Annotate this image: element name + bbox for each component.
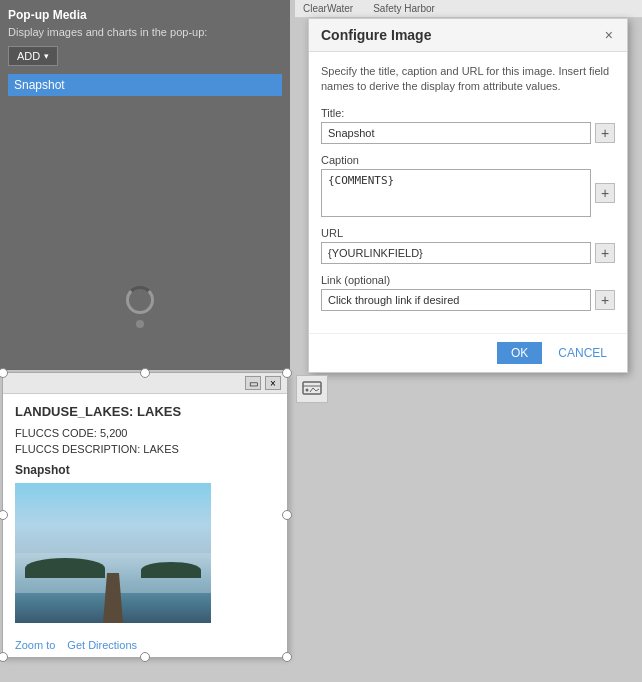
title-plus-button[interactable]: + — [595, 123, 615, 143]
resize-handle-bottom-right[interactable] — [282, 652, 292, 662]
url-field-row: URL + — [321, 227, 615, 264]
image-trees-right — [141, 562, 201, 578]
url-plus-button[interactable]: + — [595, 243, 615, 263]
resize-handle-bottom-left[interactable] — [0, 652, 8, 662]
caption-plus-button[interactable]: + — [595, 183, 615, 203]
caption-label: Caption — [321, 154, 615, 166]
resize-handle-mid-right[interactable] — [282, 510, 292, 520]
popup-image — [15, 483, 211, 623]
link-label: Link (optional) — [321, 274, 615, 286]
popup-media-icon — [302, 381, 322, 397]
dialog-body: Specify the title, caption and URL for t… — [309, 52, 627, 333]
get-directions-link[interactable]: Get Directions — [67, 639, 137, 651]
resize-handle-top-mid[interactable] — [140, 368, 150, 378]
title-label: Title: — [321, 107, 615, 119]
url-label: URL — [321, 227, 615, 239]
popup-body: LANDUSE_LAKES: LAKES FLUCCS CODE: 5,200 … — [3, 394, 287, 633]
popup-snapshot-label: Snapshot — [15, 463, 275, 477]
resize-handle-top-right[interactable] — [282, 368, 292, 378]
link-input[interactable] — [321, 289, 591, 311]
link-field-row: Link (optional) + — [321, 274, 615, 311]
caption-input-row: {COMMENTS} + — [321, 169, 615, 217]
ok-button[interactable]: OK — [497, 342, 542, 364]
toolbar-icon[interactable] — [296, 375, 328, 403]
snapshot-list-item[interactable]: Snapshot — [8, 74, 282, 96]
popup-close-button[interactable]: × — [265, 376, 281, 390]
add-label: ADD — [17, 50, 40, 62]
configure-image-dialog: Configure Image × Specify the title, cap… — [308, 18, 628, 373]
url-input[interactable] — [321, 242, 591, 264]
cancel-button[interactable]: CANCEL — [550, 342, 615, 364]
popup-preview-window: ▭ × LANDUSE_LAKES: LAKES FLUCCS CODE: 5,… — [2, 372, 288, 658]
dialog-description: Specify the title, caption and URL for t… — [321, 64, 615, 95]
caption-field-row: Caption {COMMENTS} + — [321, 154, 615, 217]
svg-point-2 — [306, 389, 309, 392]
link-plus-button[interactable]: + — [595, 290, 615, 310]
title-input-row: + — [321, 122, 615, 144]
popup-close-icon: × — [270, 378, 276, 389]
caption-input[interactable]: {COMMENTS} — [321, 169, 591, 217]
svg-rect-0 — [303, 382, 321, 394]
restore-icon: ▭ — [249, 378, 258, 389]
title-input[interactable] — [321, 122, 591, 144]
add-arrow-icon: ▾ — [44, 51, 49, 61]
top-bar-item2: Safety Harbor — [373, 3, 435, 14]
top-bar: ClearWater Safety Harbor — [295, 0, 642, 18]
restore-button[interactable]: ▭ — [245, 376, 261, 390]
loading-spinner — [120, 280, 160, 320]
dialog-footer: OK CANCEL — [309, 333, 627, 372]
popup-field2: FLUCCS DESCRIPTION: LAKES — [15, 443, 275, 455]
close-button[interactable]: × — [603, 27, 615, 43]
popup-main-title: LANDUSE_LAKES: LAKES — [15, 404, 275, 419]
dialog-title: Configure Image — [321, 27, 431, 43]
link-input-row: + — [321, 289, 615, 311]
spinner-dot — [136, 320, 144, 328]
zoom-to-link[interactable]: Zoom to — [15, 639, 55, 651]
url-input-row: + — [321, 242, 615, 264]
spinner-circle — [126, 286, 154, 314]
top-bar-item1: ClearWater — [303, 3, 353, 14]
dialog-header: Configure Image × — [309, 19, 627, 52]
panel-title: Pop-up Media — [8, 8, 282, 22]
title-field-row: Title: + — [321, 107, 615, 144]
image-trees-left — [25, 558, 105, 578]
resize-handle-bottom-mid[interactable] — [140, 652, 150, 662]
popup-field1: FLUCCS CODE: 5,200 — [15, 427, 275, 439]
panel-subtitle: Display images and charts in the pop-up: — [8, 26, 282, 38]
add-button[interactable]: ADD ▾ — [8, 46, 58, 66]
